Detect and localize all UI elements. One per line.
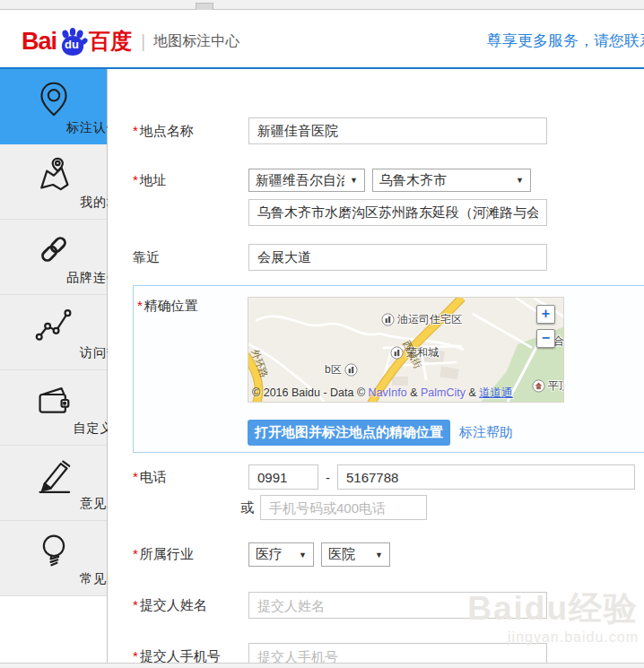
required-marker: * xyxy=(133,546,138,561)
sidebar-item-feedback[interactable]: 意见反馈 xyxy=(0,446,107,521)
or-label: 或 xyxy=(240,499,254,516)
building-poi-icon xyxy=(381,313,395,326)
required-marker: * xyxy=(133,123,138,138)
sidebar-item-visit-heat[interactable]: 访问热度 xyxy=(0,295,107,370)
line-chart-icon xyxy=(0,301,107,348)
map-zoom-out-button[interactable]: − xyxy=(536,329,555,348)
province-select[interactable]: 新疆维吾尔自治区 ▼ xyxy=(248,169,365,192)
pencil-icon xyxy=(0,452,107,499)
page-title: 地图标注中心 xyxy=(153,32,239,51)
chevron-down-icon: ▼ xyxy=(375,551,383,560)
sidebar: 标注认领地点 我的地点 品牌连锁认证 xyxy=(0,69,108,668)
city-select[interactable]: 乌鲁木齐市 ▼ xyxy=(372,169,531,192)
required-marker: * xyxy=(133,172,138,187)
map-poi: 油运司住宅区 xyxy=(381,312,462,327)
precise-location-panel: *精确位置 xyxy=(133,285,644,453)
baidu-logo[interactable]: Bai du 百度 | 地图标注中心 xyxy=(22,26,239,56)
sidebar-item-brand-chain[interactable]: 品牌连锁认证 xyxy=(0,220,107,295)
place-name-label: *地点名称 xyxy=(108,123,248,140)
sidebar-item-my-places[interactable]: 我的地点 xyxy=(0,144,107,220)
palmcity-link[interactable]: PalmCity xyxy=(421,386,466,399)
map-attribution: © 2016 Baidu - Data © NavInfo & PalmCity… xyxy=(252,386,513,401)
daodaotong-link[interactable]: 道道通 xyxy=(479,386,513,399)
map-poi: 平顶 xyxy=(532,378,564,394)
header: Bai du 百度 | 地图标注中心 尊享更多服务，请您联系 xyxy=(0,11,644,69)
submitter-name-label: *提交人姓名 xyxy=(108,597,248,614)
industry-label: *所属行业 xyxy=(108,546,248,563)
annotation-form: *地点名称 *地址 新疆维吾尔自治区 ▼ 乌鲁木齐市 ▼ 靠近 *精确位置 xyxy=(108,69,644,668)
nearby-input[interactable] xyxy=(248,244,547,271)
precise-location-label: *精确位置 xyxy=(137,298,198,315)
nearby-label: 靠近 xyxy=(108,249,248,266)
map-zoom-in-button[interactable]: + xyxy=(536,305,555,324)
baidu-paw-icon: du xyxy=(57,26,88,56)
browser-top-strip xyxy=(0,0,644,10)
annotation-help-link[interactable]: 标注帮助 xyxy=(459,424,513,441)
logo-divider: | xyxy=(141,31,145,52)
open-map-button[interactable]: 打开地图并标注地点的精确位置 xyxy=(248,420,450,446)
required-marker: * xyxy=(137,298,143,313)
map-icon xyxy=(0,151,107,197)
chevron-down-icon: ▼ xyxy=(516,176,524,185)
logo-text-bai: Bai xyxy=(22,28,57,56)
required-marker: * xyxy=(133,597,138,612)
building-poi-icon xyxy=(344,363,358,377)
phone-dash: - xyxy=(326,470,330,485)
service-contact-link[interactable]: 尊享更多服务，请您联系 xyxy=(487,30,644,51)
industry-category-select[interactable]: 医疗 ▼ xyxy=(248,542,314,567)
submitter-name-input[interactable] xyxy=(248,592,547,619)
lightbulb-icon xyxy=(0,527,107,574)
phone-number-input[interactable] xyxy=(337,464,635,490)
logo-text-du: du xyxy=(65,38,79,51)
chevron-down-icon: ▼ xyxy=(299,551,307,560)
industry-category-value: 医疗 xyxy=(256,546,283,563)
address-detail-input[interactable] xyxy=(248,199,547,226)
chain-link-icon xyxy=(0,226,107,273)
alt-phone-input[interactable] xyxy=(260,495,427,520)
sidebar-item-faq[interactable]: 常见问题 xyxy=(0,521,107,596)
city-value: 乌鲁木齐市 xyxy=(379,172,447,189)
logo-text-cn: 百度 xyxy=(89,27,132,56)
place-name-input[interactable] xyxy=(248,117,547,144)
wallet-icon xyxy=(0,377,107,423)
chevron-down-icon: ▼ xyxy=(350,176,358,185)
horizontal-scrollbar[interactable] xyxy=(0,663,644,668)
sidebar-item-custom-features[interactable]: 自定义功能 xyxy=(0,370,107,446)
required-marker: * xyxy=(133,469,138,484)
phone-label: *电话 xyxy=(108,469,248,486)
navinfo-link[interactable]: NavInfo xyxy=(369,386,407,399)
industry-subcategory-select[interactable]: 医院 ▼ xyxy=(321,542,390,567)
landmark-poi-icon xyxy=(532,379,545,393)
location-pin-icon xyxy=(0,75,107,122)
required-marker: * xyxy=(133,648,138,664)
area-code-input[interactable] xyxy=(248,464,318,490)
industry-subcategory-value: 医院 xyxy=(328,546,355,563)
map-preview: 油运司住宅区 荣和城 b区 平顶 综合 西城街 外环路 + − xyxy=(248,297,564,403)
sidebar-item-claim-place[interactable]: 标注认领地点 xyxy=(0,69,107,144)
map-poi: b区 xyxy=(325,362,358,377)
address-label: *地址 xyxy=(108,172,248,189)
browser-tab-nub xyxy=(196,3,213,10)
province-value: 新疆维吾尔自治区 xyxy=(256,172,344,189)
